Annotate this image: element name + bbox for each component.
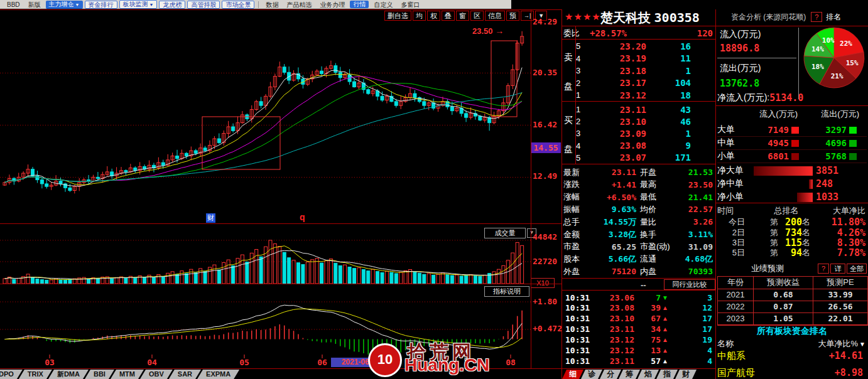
qty: 18 [646, 90, 715, 100]
stat-value: 3.28亿 [590, 229, 636, 240]
indicator-tab-EXPMA[interactable]: EXPMA [197, 370, 239, 379]
forecast-detail-button[interactable]: 详 [830, 264, 845, 274]
sector-value-header[interactable]: 大单净比% [734, 338, 858, 350]
toolbar-button[interactable]: BBD [4, 1, 23, 9]
buy-row: 423.089 [576, 140, 715, 152]
qty: 9 [646, 141, 715, 151]
indicator-tab-SAR[interactable]: SAR [169, 370, 201, 379]
buy-row: 123.1143 [576, 104, 715, 115]
tx-time: 10:31 [565, 314, 594, 323]
net-label: 净小单 [717, 191, 752, 203]
outflow-label: 流出(万元) [720, 63, 761, 74]
chart-tool-button[interactable]: 权 [427, 11, 440, 21]
industry-compare-button[interactable]: 同行业比较 [664, 279, 715, 290]
price: 23.09 [586, 129, 646, 139]
stat-row: 外盘75120内盘70393 [563, 265, 714, 277]
sector-name[interactable]: 中船系 [717, 350, 746, 362]
kline-volume-macd-chart [0, 9, 562, 379]
quote-tab-筹[interactable]: 筹 [619, 370, 640, 379]
price-axis-label: 16.42 [533, 120, 557, 129]
indicator-tab-DPO[interactable]: DPO [0, 370, 23, 379]
quote-tab-财[interactable]: 财 [675, 370, 697, 379]
forecast-cell: 22.01 [813, 313, 867, 324]
price: 23.17 [586, 78, 646, 88]
tx-time: 10:31 [565, 356, 594, 366]
indicator-tab-新DMA[interactable]: 新DMA [48, 370, 89, 379]
toolbar-button[interactable]: 数据 [263, 1, 281, 9]
sector-value: +8.98 [755, 367, 863, 378]
quote-tab-分[interactable]: 分 [600, 370, 621, 379]
net-bar [754, 166, 813, 176]
toolbar-button[interactable]: 高管持股 [187, 1, 220, 9]
indicator-tab-strip: DPOTRIX新DMABBIMTMOBVSAREXPMA [0, 370, 239, 379]
volume-axis-label: 44842 [533, 232, 557, 242]
tx-count: 12 [670, 303, 713, 312]
watermark-badge: 10 [368, 343, 402, 377]
stat-label: 最低 [640, 191, 680, 203]
toolbar-button[interactable]: 新版 [25, 1, 44, 9]
sort-desc-icon[interactable]: ▼ [859, 341, 865, 348]
tx-lots: 75 [634, 335, 661, 344]
chart-tool-button[interactable]: 区 [470, 11, 484, 21]
chart-toolbar: 删自选均权叠窗区信息预→|▼ [384, 11, 547, 21]
tx-lots: 67 [634, 314, 661, 323]
chart-tool-button[interactable]: 删自选 [384, 11, 411, 21]
forecast-row: 20231.0522.01 [718, 313, 867, 325]
stat-label: 开盘 [640, 167, 680, 178]
quote-tab-细[interactable]: 细 [562, 370, 583, 379]
toolbar-button[interactable]: 市场全景 [222, 1, 254, 9]
indicator-info-button[interactable]: 指标说明 [484, 286, 529, 297]
forecast-cell: 33.99 [813, 289, 867, 301]
volume-selector-button[interactable]: 成交量 [484, 228, 526, 238]
tx-count: 4 [670, 356, 713, 366]
toolbar-button[interactable]: 多窗口 [398, 1, 423, 9]
toolbar-button[interactable]: 主力增仓▼ [46, 1, 83, 9]
rank-suffix: 名 [802, 247, 810, 259]
indicator-tab-TRIX[interactable]: TRIX [19, 370, 52, 379]
chart-tool-button[interactable]: 窗 [456, 11, 469, 21]
flow-out-chip [849, 127, 857, 134]
toolbar-button[interactable]: 自定义 [371, 1, 396, 9]
stat-label: 涨幅 [563, 191, 590, 203]
price: 23.08 [586, 141, 646, 151]
forecast-cell: 2023 [718, 313, 754, 324]
chart-tool-button[interactable]: 叠 [442, 11, 455, 21]
chart-tool-button[interactable]: 均 [413, 11, 426, 21]
stat-label: 流通 [640, 254, 680, 265]
cai-marker-icon[interactable]: 财 [206, 213, 215, 223]
qty: 43 [646, 105, 715, 115]
tx-time: 10:31 [565, 293, 594, 302]
toolbar-button[interactable]: 板块监测▼ [119, 0, 158, 9]
help-button[interactable]: ? [811, 12, 822, 22]
month-axis-label: 03 [40, 358, 59, 367]
indicator-tab-BBI[interactable]: BBI [85, 370, 114, 379]
price-axis-label: 12.49 [533, 171, 557, 181]
indicator-tab-OBV[interactable]: OBV [140, 370, 173, 379]
arrow-down-icon: ▼ [661, 294, 670, 301]
toolbar-button[interactable]: 产品精选 [283, 1, 315, 9]
toolbar-button[interactable]: 资金排行 [85, 1, 117, 9]
quote-tab-指[interactable]: 指 [656, 370, 678, 379]
chart-tool-button[interactable]: 预 [506, 11, 519, 21]
sector-name[interactable]: 国产航母 [717, 367, 755, 379]
stat-row: 总手14.55万量比3.26 [563, 216, 714, 228]
net-label: 净大单 [717, 165, 752, 176]
toolbar-button[interactable]: 行情 [350, 1, 369, 8]
toolbar-button[interactable]: 业务办理 [317, 1, 348, 9]
price: 23.18 [586, 66, 646, 76]
quote-tab-焰[interactable]: 焰 [637, 370, 659, 379]
quote-tab-诊[interactable]: 诊 [581, 370, 602, 379]
stat-row: 股本5.66亿流通4.68亿 [563, 254, 714, 265]
fund-header: 资金分析 (来源同花顺) ? 排名 [716, 11, 868, 23]
rank-button[interactable]: 排名 [826, 12, 841, 23]
toolbar-button[interactable]: 龙虎榜 [159, 1, 185, 9]
stat-label: 最高 [640, 179, 680, 190]
stat-row: 振幅9.63%均价22.57 [563, 203, 714, 215]
forecast-all-button[interactable]: 全部 [847, 264, 867, 274]
indicator-tab-MTM[interactable]: MTM [111, 370, 144, 379]
qty: 1 [646, 129, 715, 139]
q-marker-icon[interactable]: q [300, 212, 305, 222]
forecast-help-button[interactable]: ? [818, 264, 829, 274]
rank-row: 3日第115名8.30% [717, 238, 865, 248]
chart-tool-button[interactable]: 信息 [485, 11, 505, 21]
